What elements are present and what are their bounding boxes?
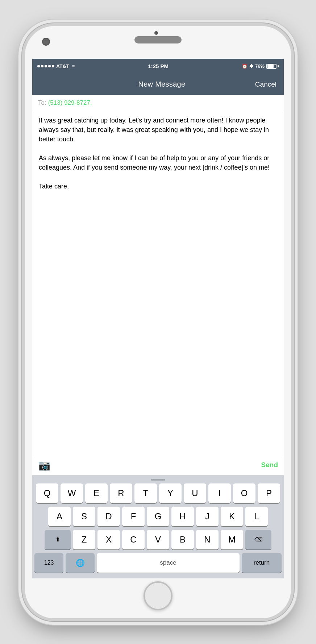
status-bar: AT&T ≈ 1:25 PM ⏰ ✱ 76% xyxy=(32,59,284,74)
globe-key[interactable]: 🌐 xyxy=(66,553,95,573)
battery-icon xyxy=(266,64,279,69)
return-key[interactable]: return xyxy=(242,553,282,573)
delete-key[interactable]: ⌫ xyxy=(245,530,271,549)
key-o[interactable]: O xyxy=(233,483,255,503)
keyboard-row-3: ⬆ Z X C V B N M ⌫ xyxy=(34,530,282,549)
front-dot xyxy=(154,31,158,35)
keyboard: Q W E R T Y U I O P A S D F G xyxy=(32,475,284,578)
key-l[interactable]: L xyxy=(245,507,268,526)
to-field[interactable]: To: (513) 929-8727, xyxy=(32,95,284,111)
key-x[interactable]: X xyxy=(97,530,120,549)
carrier-label: AT&T xyxy=(56,63,69,69)
send-button[interactable]: Send xyxy=(261,461,278,469)
phone-outer: AT&T ≈ 1:25 PM ⏰ ✱ 76% xyxy=(0,0,316,644)
key-v[interactable]: V xyxy=(147,530,169,549)
key-h[interactable]: H xyxy=(171,507,194,526)
key-w[interactable]: W xyxy=(61,483,83,503)
message-textarea[interactable]: It was great catching up today. Let's tr… xyxy=(32,111,284,456)
nav-title: New Message xyxy=(138,80,185,88)
home-button[interactable] xyxy=(144,581,172,610)
key-t[interactable]: T xyxy=(134,483,157,503)
status-time: 1:25 PM xyxy=(148,63,169,69)
key-b[interactable]: B xyxy=(171,530,194,549)
status-left: AT&T ≈ xyxy=(37,63,75,69)
nav-bar: New Message Cancel xyxy=(32,74,284,95)
space-key[interactable]: space xyxy=(97,553,240,573)
battery-tip xyxy=(278,65,279,67)
key-s[interactable]: S xyxy=(73,507,95,526)
shift-key[interactable]: ⬆ xyxy=(45,530,71,549)
key-d[interactable]: D xyxy=(97,507,120,526)
key-a[interactable]: A xyxy=(48,507,71,526)
cancel-button[interactable]: Cancel xyxy=(255,80,276,88)
key-m[interactable]: M xyxy=(221,530,243,549)
message-action-bar: 📷 Send xyxy=(32,456,284,475)
key-r[interactable]: R xyxy=(110,483,132,503)
message-body: It was great catching up today. Let's tr… xyxy=(32,111,284,475)
key-k[interactable]: K xyxy=(221,507,243,526)
battery-body xyxy=(266,64,276,69)
key-c[interactable]: C xyxy=(122,530,145,549)
keyboard-row-2: A S D F G H J K L xyxy=(34,507,282,526)
alarm-icon: ⏰ xyxy=(242,63,248,69)
key-q[interactable]: Q xyxy=(36,483,58,503)
key-g[interactable]: G xyxy=(147,507,169,526)
status-right: ⏰ ✱ 76% xyxy=(242,63,279,69)
key-i[interactable]: I xyxy=(208,483,231,503)
key-e[interactable]: E xyxy=(85,483,108,503)
numbers-key[interactable]: 123 xyxy=(34,553,63,573)
camera-icon[interactable]: 📷 xyxy=(38,459,51,471)
wifi-icon: ≈ xyxy=(72,63,75,69)
battery-pct-label: 76% xyxy=(255,63,265,69)
key-y[interactable]: Y xyxy=(159,483,182,503)
key-n[interactable]: N xyxy=(196,530,219,549)
bluetooth-icon: ✱ xyxy=(249,63,253,69)
keyboard-row-1: Q W E R T Y U I O P xyxy=(34,483,282,503)
phone-screen: AT&T ≈ 1:25 PM ⏰ ✱ 76% xyxy=(32,59,284,578)
phone-frame: AT&T ≈ 1:25 PM ⏰ ✱ 76% xyxy=(22,23,294,621)
key-u[interactable]: U xyxy=(184,483,206,503)
key-p[interactable]: P xyxy=(258,483,280,503)
key-z[interactable]: Z xyxy=(73,530,95,549)
key-j[interactable]: J xyxy=(196,507,219,526)
front-camera xyxy=(42,38,50,46)
keyboard-handle xyxy=(151,479,165,481)
signal-icon xyxy=(37,65,54,67)
to-contact-value[interactable]: (513) 929-8727, xyxy=(48,99,92,107)
keyboard-row-4: 123 🌐 space return xyxy=(34,553,282,573)
speaker xyxy=(134,36,182,43)
message-text[interactable]: It was great catching up today. Let's tr… xyxy=(39,116,277,191)
key-f[interactable]: F xyxy=(122,507,145,526)
to-label: To: xyxy=(38,99,46,107)
battery-fill xyxy=(267,65,274,68)
